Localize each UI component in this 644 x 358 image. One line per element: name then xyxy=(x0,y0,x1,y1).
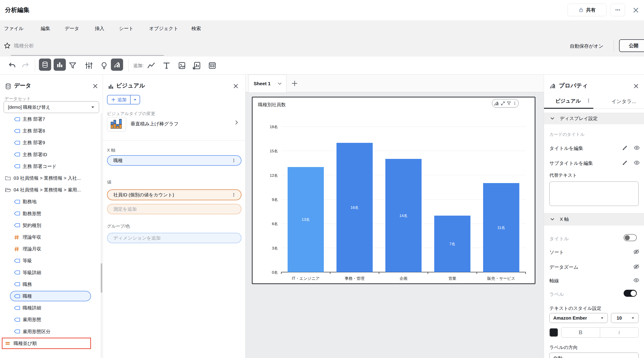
close-visual-panel-button[interactable] xyxy=(232,83,239,89)
folder-open-icon xyxy=(5,187,11,192)
add-visual-dropdown-button[interactable] xyxy=(130,95,140,104)
alt-text-input[interactable] xyxy=(550,181,638,206)
menu-item-7[interactable]: 検索 xyxy=(192,25,201,32)
publish-button[interactable]: 公開 xyxy=(619,39,644,52)
font-color-swatch[interactable] xyxy=(550,328,558,337)
x-axis-well-label: X 軸 xyxy=(107,147,116,153)
field-item-理論年収[interactable]: 理論年収 xyxy=(0,231,100,243)
menu-item-1[interactable]: ファイル xyxy=(4,25,24,32)
field-item-主務 部署8[interactable]: 主務 部署8 xyxy=(0,125,100,137)
redo-button[interactable] xyxy=(22,62,30,69)
menu-item-3[interactable]: データ xyxy=(65,25,79,32)
eye-off-icon[interactable] xyxy=(633,249,640,255)
chevron-down-icon[interactable] xyxy=(277,81,282,86)
field-item-雇用形態区分[interactable]: 雇用形態区分 xyxy=(0,326,100,338)
tab-visual[interactable]: ビジュアル xyxy=(555,98,581,104)
edit-visual-icon xyxy=(550,83,556,89)
field-item-主務 部署ID[interactable]: 主務 部署ID xyxy=(0,149,100,161)
analysis-name-input[interactable]: 職種分析 xyxy=(14,42,34,49)
field-item-勤務形態[interactable]: 勤務形態 xyxy=(0,208,100,219)
share-button[interactable]: 共有 xyxy=(568,3,606,16)
brush-icon[interactable] xyxy=(622,160,628,166)
font-family-select[interactable]: Amazon Ember xyxy=(550,313,608,323)
field-item-04 社員情報 > 業務情報 > 雇用...[interactable]: 04 社員情報 > 業務情報 > 雇用... xyxy=(0,184,100,196)
menu-item-6[interactable]: オブジェクト xyxy=(149,25,178,32)
x-axis-field-pill[interactable]: 職種 xyxy=(107,155,242,166)
scrollbar[interactable] xyxy=(101,113,102,358)
field-item-主務 部署7[interactable]: 主務 部署7 xyxy=(0,113,100,125)
display-settings-section-header[interactable]: ディスプレイ設定 xyxy=(544,113,644,124)
add-visual-button[interactable]: 追加 xyxy=(108,95,130,104)
tab-menu-icon[interactable] xyxy=(586,98,591,103)
add-visual-button[interactable] xyxy=(147,61,155,70)
field-item-職務[interactable]: 職務 xyxy=(0,278,100,290)
visual-panel-title: ビジュアル xyxy=(116,82,145,89)
field-item-勤務地[interactable]: 勤務地 xyxy=(0,196,100,207)
menu-item-5[interactable]: シート xyxy=(119,25,134,32)
favorite-star-icon[interactable] xyxy=(4,42,11,49)
field-menu-icon[interactable] xyxy=(232,158,236,163)
eye-icon[interactable] xyxy=(634,160,640,166)
undo-button[interactable] xyxy=(8,62,16,69)
close-data-panel-button[interactable] xyxy=(92,83,99,89)
y-tick-label: 12名 xyxy=(252,173,278,178)
italic-button[interactable]: i xyxy=(600,328,638,338)
visuals-panel-toggle-button[interactable] xyxy=(54,58,66,71)
eye-icon[interactable] xyxy=(634,145,640,151)
sheet-tab[interactable]: Sheet 1 xyxy=(248,75,286,92)
ellipsis-icon xyxy=(615,7,621,13)
menu-item-4[interactable]: 挿入 xyxy=(95,25,104,32)
add-measure-dropzone[interactable]: 測定を追加 xyxy=(107,204,242,214)
filter-button[interactable] xyxy=(68,61,77,70)
visual-card[interactable]: 職種別社員数 0名3名6名9名12名15名18名13名IT・エンジニア16名事務… xyxy=(252,97,536,284)
properties-toggle-button[interactable] xyxy=(111,58,123,71)
field-item-主務 部署9[interactable]: 主務 部署9 xyxy=(0,137,100,149)
brush-icon[interactable] xyxy=(622,145,628,151)
insights-button[interactable] xyxy=(100,61,108,70)
eye-icon[interactable] xyxy=(633,277,640,283)
dimension-icon xyxy=(14,223,20,227)
x-axis-section-header[interactable]: X 軸 xyxy=(544,213,644,225)
field-item-等級[interactable]: 等級 xyxy=(0,255,100,266)
add-embed-button[interactable] xyxy=(208,61,216,70)
data-panel-toggle-button[interactable] xyxy=(39,58,51,71)
close-analysis-button[interactable] xyxy=(632,6,640,14)
eye-off-icon[interactable] xyxy=(633,264,640,270)
close-properties-panel-button[interactable] xyxy=(633,83,640,89)
parameters-button[interactable] xyxy=(85,61,93,70)
menu-item-2[interactable]: 編集 xyxy=(41,25,50,32)
field-menu-icon[interactable] xyxy=(232,192,236,197)
dimension-icon xyxy=(14,141,20,145)
value-field-pill[interactable]: 社員ID (個別の値をカウント) xyxy=(107,189,242,200)
add-dimension-dropzone[interactable]: ディメンションを追加 xyxy=(107,233,242,243)
add-image-button[interactable] xyxy=(178,61,186,70)
label-toggle[interactable] xyxy=(624,290,637,297)
axis-title-toggle[interactable] xyxy=(624,234,637,241)
label-direction-select[interactable]: 自動 xyxy=(550,353,638,358)
dimension-icon xyxy=(14,329,20,334)
field-label: 勤務形態 xyxy=(23,210,41,217)
add-sheet-button[interactable] xyxy=(291,80,298,87)
dataset-select[interactable]: [demo] 職種並び替え xyxy=(4,101,99,113)
field-item-理論月収[interactable]: 理論月収 xyxy=(0,243,100,255)
tab-interactions[interactable]: インタラ... xyxy=(612,98,636,105)
font-size-select[interactable]: 10 xyxy=(611,313,638,323)
bold-button[interactable]: B xyxy=(562,328,600,338)
field-item-職種並び順[interactable]: 職種並び順 xyxy=(0,338,100,349)
scrollbar-thumb[interactable] xyxy=(101,263,102,293)
sort-order-icon xyxy=(5,341,11,345)
field-label: 主務 部署コード xyxy=(23,163,56,170)
add-text-button[interactable] xyxy=(162,61,170,70)
add-visual-from-asset-button[interactable] xyxy=(192,61,201,70)
field-item-等級詳細[interactable]: 等級詳細 xyxy=(0,267,100,278)
field-item-契約種別[interactable]: 契約種別 xyxy=(0,219,100,231)
field-item-03 社員情報 > 業務情報 > 入社...[interactable]: 03 社員情報 > 業務情報 > 入社... xyxy=(0,172,100,184)
group-color-well-label: グループ/色 xyxy=(107,223,130,229)
more-options-button[interactable] xyxy=(610,3,625,16)
visual-type-icon-button[interactable] xyxy=(107,117,126,132)
field-item-雇用形態[interactable]: 雇用形態 xyxy=(0,314,100,326)
chevron-right-icon[interactable] xyxy=(234,120,239,125)
field-item-職種[interactable]: 職種 xyxy=(0,290,100,302)
field-item-職種詳細[interactable]: 職種詳細 xyxy=(0,302,100,314)
field-item-主務 部署コード[interactable]: 主務 部署コード xyxy=(0,161,100,172)
